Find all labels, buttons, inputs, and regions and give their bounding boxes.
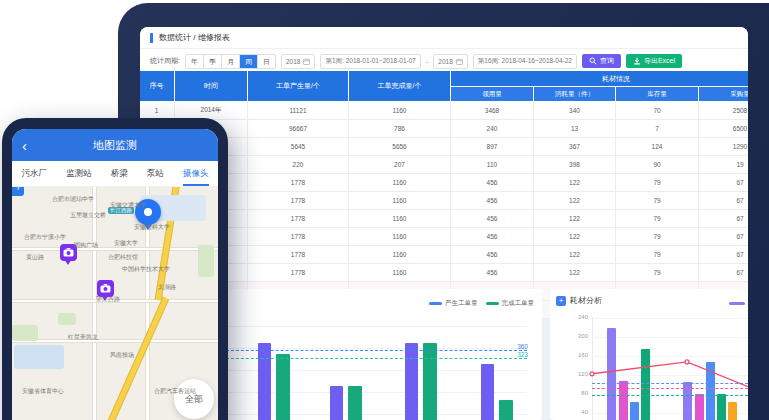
map-label: 合肥汽车客运站 xyxy=(154,387,196,396)
phone-tab-监测站[interactable]: 监测站 xyxy=(66,161,92,186)
col-header-index: 序号 xyxy=(140,71,175,102)
table-row: 72020年177811604561227967 xyxy=(140,210,748,228)
map-road xyxy=(12,339,218,343)
refline-value: 360 xyxy=(498,343,528,350)
search-button[interactable]: 查询 xyxy=(582,54,621,68)
back-button[interactable]: ‹ xyxy=(22,138,27,153)
table-cell: 79 xyxy=(616,264,699,282)
map-lake xyxy=(14,345,64,369)
week-end-input[interactable]: 第16周: 2018-04-16~2018-04-22 xyxy=(473,54,577,69)
table-cell: 67 xyxy=(699,192,749,210)
y-tick-label: 40 xyxy=(572,409,588,415)
phone-tab-桥梁[interactable]: 桥梁 xyxy=(111,161,128,186)
map-label: 合肥科技馆 xyxy=(108,253,138,262)
table-cell: 122 xyxy=(534,264,616,282)
map-label: 安徽医科大学 xyxy=(134,223,170,232)
sub-header-2: 消耗量（件） xyxy=(534,87,616,102)
bar-created xyxy=(330,386,343,420)
consumables-chart-plot: 2402001601208040 xyxy=(550,289,748,420)
period-option[interactable]: 年 xyxy=(186,55,204,68)
table-cell: 79 xyxy=(616,246,699,264)
table-cell: 207 xyxy=(349,156,451,174)
table-cell: 1160 xyxy=(349,102,451,120)
map-park xyxy=(58,313,76,325)
period-segmented-control: 年季月周日 xyxy=(185,54,276,69)
bar xyxy=(630,402,639,420)
table-cell: 90 xyxy=(616,156,699,174)
table-cell: 398 xyxy=(534,156,616,174)
export-excel-button[interactable]: 导出Excel xyxy=(626,54,682,68)
table-cell: 456 xyxy=(451,246,534,264)
map-view[interactable]: 长江西路 › 全部 合肥市琥珀中学安徽交通大学五里墩立交桥安徽医科大学合肥市宁溪… xyxy=(12,187,218,420)
table-cell: 1778 xyxy=(248,210,349,228)
table-cell: 67 xyxy=(699,264,749,282)
average-refline xyxy=(221,350,527,351)
table-cell: 122 xyxy=(534,192,616,210)
bar xyxy=(728,402,737,420)
table-cell: 1778 xyxy=(248,246,349,264)
period-option[interactable]: 周 xyxy=(240,55,258,68)
phone-mockup: ‹ 地图监测 污水厂监测站桥梁泵站摄像头 长江西路 xyxy=(2,118,228,420)
period-option[interactable]: 月 xyxy=(222,55,240,68)
table-cell: 3468 xyxy=(451,102,534,120)
map-label: 国购广场 xyxy=(74,241,98,250)
year-start-select[interactable]: 2018 xyxy=(281,54,315,69)
period-option[interactable]: 日 xyxy=(258,55,275,68)
table-cell: 5645 xyxy=(248,138,349,156)
table-cell: 1160 xyxy=(349,174,451,192)
table-cell: 1778 xyxy=(248,228,349,246)
table-cell: 1778 xyxy=(248,264,349,282)
map-label: 中国科学技术大学 xyxy=(122,265,170,274)
table-cell: 367 xyxy=(534,138,616,156)
bar xyxy=(706,362,715,420)
phone-tab-污水厂[interactable]: 污水厂 xyxy=(22,161,48,186)
bar-completed xyxy=(423,343,437,420)
table-cell: 67 xyxy=(699,174,749,192)
table-cell: 11121 xyxy=(248,102,349,120)
table-cell: 5656 xyxy=(349,138,451,156)
table-cell: 79 xyxy=(616,228,699,246)
all-filter-button[interactable]: 全部 xyxy=(174,379,214,419)
table-cell: 456 xyxy=(451,210,534,228)
bar-completed xyxy=(499,400,513,420)
year-end-select[interactable]: 2018 xyxy=(433,54,467,69)
download-icon xyxy=(633,57,641,65)
map-label: 安徽交通大学 xyxy=(110,201,146,210)
map-expander-button[interactable]: › xyxy=(12,187,24,196)
table-cell: 456 xyxy=(451,192,534,210)
table-cell: 1160 xyxy=(349,264,451,282)
year-start-value: 2018 xyxy=(286,58,300,65)
phone-tab-泵站[interactable]: 泵站 xyxy=(147,161,164,186)
y-tick-label: 240 xyxy=(572,314,588,320)
map-label: 太湖路 xyxy=(158,283,176,292)
bar-completed xyxy=(276,354,290,420)
table-cell: 1778 xyxy=(248,192,349,210)
table-cell: 1160 xyxy=(349,210,451,228)
map-park xyxy=(198,245,214,277)
phone-tab-摄像头[interactable]: 摄像头 xyxy=(183,161,209,186)
week-start-value: 第1周: 2018-01-01~2018-01-07 xyxy=(325,57,416,66)
period-option[interactable]: 季 xyxy=(204,55,222,68)
table-cell: 79 xyxy=(616,174,699,192)
breadcrumb-text: 数据统计 / 维修报表 xyxy=(159,32,230,43)
table-cell: 220 xyxy=(248,156,349,174)
table-cell: 240 xyxy=(451,120,534,138)
table-row: 42017年2202071103989019 xyxy=(140,156,748,174)
camera-icon xyxy=(100,284,111,293)
table-cell: 122 xyxy=(534,228,616,246)
table-cell: 122 xyxy=(534,246,616,264)
table-cell: 96667 xyxy=(248,120,349,138)
table-row: 22015年966677862401376500 xyxy=(140,120,748,138)
week-start-input[interactable]: 第1周: 2018-01-01~2018-01-07 xyxy=(320,54,421,69)
bar xyxy=(619,381,628,420)
breadcrumb: 数据统计 / 维修报表 xyxy=(140,27,748,49)
calendar-icon xyxy=(303,58,310,65)
table-cell: 2014年 xyxy=(175,102,248,120)
table-row: 82021年177811604561227967 xyxy=(140,228,748,246)
camera-icon xyxy=(63,248,74,257)
table-row: 62019年177811604561227967 xyxy=(140,192,748,210)
table-cell: 79 xyxy=(616,210,699,228)
phone-screen: ‹ 地图监测 污水厂监测站桥梁泵站摄像头 长江西路 xyxy=(12,129,218,420)
table-cell: 13 xyxy=(534,120,616,138)
table-cell: 1160 xyxy=(349,228,451,246)
